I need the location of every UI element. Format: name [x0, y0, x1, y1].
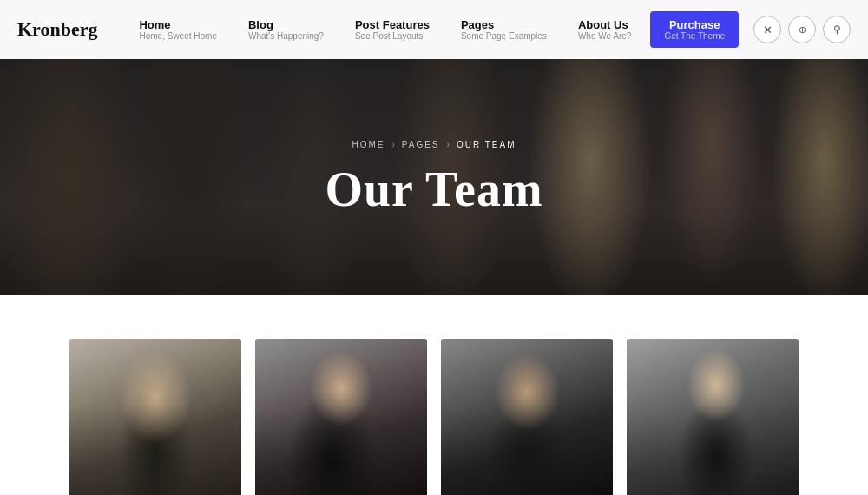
nav-about-sublabel: Who We Are? — [578, 31, 632, 41]
nav-home-sublabel: Home, Sweet Home — [139, 31, 216, 41]
breadcrumb-pages[interactable]: PAGES — [402, 140, 440, 149]
header-icons: ✕ ⊕ ⚲ — [753, 16, 851, 43]
breadcrumb: HOME › PAGES › OUR TEAM — [352, 140, 516, 149]
nav-home-label: Home — [139, 18, 216, 31]
nav-item-blog[interactable]: Blog What's Happening? — [233, 18, 339, 41]
breadcrumb-sep-1: › — [391, 140, 394, 149]
team-member-3[interactable] — [441, 339, 613, 495]
team-member-4[interactable] — [627, 339, 799, 495]
search-icon: ⚲ — [833, 23, 841, 36]
nav-purchase-sublabel: Get The Theme — [664, 31, 725, 41]
navigation: Home Home, Sweet Home Blog What's Happen… — [123, 11, 743, 48]
nav-purchase-label: Purchase — [669, 18, 720, 31]
team-grid — [69, 339, 799, 495]
team-section — [0, 295, 868, 495]
nav-post-features-label: Post Features — [355, 18, 430, 31]
team-member-1[interactable] — [69, 339, 241, 495]
header: Kronberg Home Home, Sweet Home Blog What… — [0, 0, 868, 59]
breadcrumb-sep-2: › — [447, 140, 450, 149]
team-member-2[interactable] — [255, 339, 427, 495]
nav-item-home[interactable]: Home Home, Sweet Home — [123, 18, 232, 41]
at-icon: ⊕ — [799, 24, 806, 36]
at-icon-button[interactable]: ⊕ — [788, 16, 816, 43]
nav-item-about-us[interactable]: About Us Who We Are? — [562, 18, 648, 41]
x-icon-button[interactable]: ✕ — [753, 16, 781, 43]
breadcrumb-current: OUR TEAM — [457, 140, 516, 149]
breadcrumb-home[interactable]: HOME — [352, 140, 385, 149]
nav-blog-label: Blog — [248, 18, 324, 31]
nav-about-label: About Us — [578, 18, 632, 31]
search-icon-button[interactable]: ⚲ — [823, 16, 851, 43]
nav-pages-label: Pages — [461, 18, 547, 31]
nav-pages-sublabel: Some Page Examples — [461, 31, 547, 41]
hero-title: Our Team — [325, 162, 542, 217]
nav-item-purchase[interactable]: Purchase Get The Theme — [650, 11, 739, 48]
nav-blog-sublabel: What's Happening? — [248, 31, 324, 41]
logo[interactable]: Kronberg — [17, 18, 97, 41]
nav-item-post-features[interactable]: Post Features See Post Layouts — [339, 18, 445, 41]
nav-item-pages[interactable]: Pages Some Page Examples — [445, 18, 562, 41]
x-icon: ✕ — [763, 23, 773, 36]
nav-post-features-sublabel: See Post Layouts — [355, 31, 430, 41]
